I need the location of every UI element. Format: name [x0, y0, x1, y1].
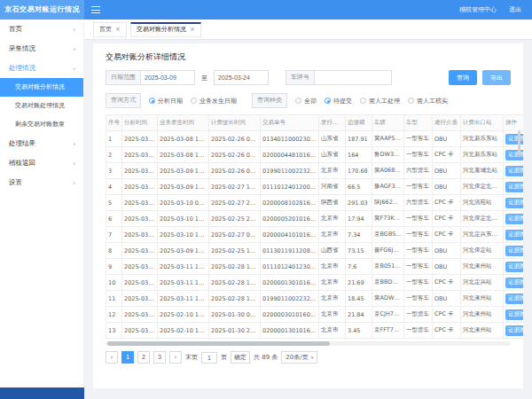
evidence-image-button[interactable]: 证据图片 — [505, 198, 523, 208]
table-cell: 一型货车 — [404, 323, 433, 339]
table-cell: 冀F73K56... — [372, 211, 404, 227]
evidence-image-button[interactable]: 证据图片 — [505, 325, 523, 336]
table-cell: 170.68 — [346, 163, 372, 179]
radio-query-type-需人工处理[interactable]: 需人工处理 — [360, 97, 400, 106]
radio-label: 业务发生日期 — [200, 97, 237, 106]
table-cell: 2025-02-28 13:01:07 — [209, 291, 261, 307]
radio-query-type-全部[interactable]: 全部 — [295, 97, 317, 106]
prev-page-button[interactable]: ‹ — [106, 351, 118, 364]
table-cell: 京BBD529... — [372, 275, 404, 291]
table-cell: 河北保定站 — [461, 243, 504, 259]
table-cell-action: 证据图片 — [504, 275, 524, 291]
table-cell: 02000030101608044... — [261, 307, 319, 323]
radio-query-type-需人工核实[interactable]: 需人工核实 — [408, 97, 448, 106]
evidence-image-button[interactable]: 证据图片 — [505, 182, 523, 192]
sidebar-item-稽核返回[interactable]: 稽核返回∨ — [0, 153, 83, 173]
main-area: 首页×交易对账分析情况× 交易对账分析详细情况 日期范围 至 车牌号 查询 导出 — [84, 20, 532, 399]
evidence-image-button[interactable]: 证据图片 — [505, 230, 523, 240]
radio-query-mode-业务发生日期[interactable]: 业务发生日期 — [191, 97, 237, 106]
table-cell: 2025-03-10 — [122, 195, 158, 211]
sidebar-item-设置[interactable]: 设置∨ — [0, 173, 83, 192]
sidebar-collapse-button[interactable] — [0, 387, 84, 399]
chevron-down-icon: ∨ — [73, 175, 76, 191]
table-cell: 山东省 — [319, 131, 346, 147]
table-cell-action: 证据图片 — [504, 243, 524, 259]
sidebar-item-首页[interactable]: 首页∨ — [0, 20, 83, 39]
table-cell: 02000081028163807... — [261, 195, 319, 211]
page-button-2[interactable]: 2 — [137, 351, 150, 364]
radio-query-mode-分析日期[interactable]: 分析日期 — [149, 97, 183, 106]
chevron-down-icon: ∨ — [73, 136, 76, 152]
table-row: 22025-03-092025-03-08 13:28:082025-02-26… — [106, 147, 524, 163]
evidence-image-button[interactable]: 证据图片 — [505, 309, 523, 320]
radio-query-type-待提交[interactable]: 待提交 — [325, 97, 352, 106]
page-size-select[interactable]: 20条/页▾ — [281, 351, 317, 364]
table-cell: 北京市 — [319, 291, 346, 307]
table-cell: 鲁DW3Z91... — [372, 147, 404, 163]
tab-首页[interactable]: 首页× — [93, 22, 127, 37]
tab-交易对账分析情况[interactable]: 交易对账分析情况× — [130, 22, 201, 37]
next-page-button[interactable]: › — [169, 351, 182, 364]
page-button-3[interactable]: 3 — [153, 351, 166, 364]
sidebar-item-采集情况[interactable]: 采集情况∨ — [0, 39, 83, 59]
evidence-image-button[interactable]: 证据图片 — [505, 293, 523, 304]
plate-group: 车牌号 — [286, 70, 392, 85]
table-cell: 6 — [106, 211, 122, 227]
page-button-1[interactable]: 1 — [121, 351, 134, 364]
date-from-input[interactable] — [140, 70, 195, 85]
sidebar-subitem-交易对账处理情况[interactable]: 交易对账处理情况 — [0, 97, 83, 115]
evidence-image-button[interactable]: 证据图片 — [505, 278, 523, 288]
sidebar-subitem-交易对账分析情况[interactable]: 交易对账分析情况 — [0, 78, 83, 97]
table-cell: 2025-03-12 — [122, 259, 158, 275]
horizontal-scrollbar-thumb[interactable] — [107, 341, 330, 346]
evidence-image-button[interactable]: 证据图片 — [505, 214, 523, 224]
evidence-image-button[interactable]: 证据图片 — [505, 150, 523, 160]
sidebar-item-处理结果[interactable]: 处理结果∨ — [0, 134, 83, 153]
column-header-业务发生时间: 业务发生时间 — [158, 115, 209, 131]
table-cell: 2025-02-28 11:09:01 — [209, 259, 261, 275]
user-center-link[interactable]: 稽核管理中心 — [459, 5, 497, 14]
table-cell: 一型客车 — [404, 243, 433, 259]
sidebar-item-处理情况[interactable]: 处理情况∨ — [0, 59, 83, 78]
column-header-序号: 序号 — [106, 115, 122, 131]
table-cell: 河南省 — [319, 179, 346, 195]
search-button[interactable]: 查询 — [449, 70, 477, 85]
table-cell: 一型客车 — [404, 147, 433, 163]
top-header: 京石交易对账运行情况 稽核管理中心退出 — [0, 0, 532, 20]
table-cell: 5 — [106, 195, 122, 211]
chevron-down-icon: ∨ — [73, 155, 76, 171]
evidence-image-button[interactable]: 证据图片 — [505, 262, 523, 272]
close-icon[interactable]: × — [190, 23, 195, 36]
evidence-image-button[interactable]: 证据图片 — [505, 134, 523, 145]
table-cell: 187.91 — [346, 131, 372, 147]
table-cell: 01340110002302052... — [261, 131, 319, 147]
filter-row: 日期范围 至 车牌号 查询 导出 — [93, 67, 523, 87]
pagination: ‹123›末页页确定共 89 条20条/页▾ — [93, 346, 523, 369]
table-cell-action: 证据图片 — [504, 195, 524, 211]
date-to-input[interactable] — [214, 70, 269, 85]
logout-link[interactable]: 退出 — [509, 5, 521, 14]
table-cell: 2025-02-26 00:06:16 — [209, 147, 261, 163]
hamburger-icon[interactable] — [91, 6, 100, 13]
table-cell: 2025-03-10 — [122, 179, 158, 195]
confirm-button[interactable]: 确定 — [231, 351, 250, 364]
last-page-button[interactable]: 末页 — [185, 353, 198, 362]
table-cell: 2025-03-09 — [122, 163, 158, 179]
table-row: 92025-03-122025-03-11 14:44:432025-02-28… — [106, 259, 524, 275]
radio-row: 查询方式 分析日期业务发生日期 查询种类 全部待提交需人工处理需人工核实 — [93, 87, 523, 112]
plate-input[interactable] — [314, 70, 392, 85]
evidence-image-button[interactable]: 证据图片 — [505, 246, 523, 256]
table-cell: 北京市 — [319, 307, 346, 323]
vertical-scrollbar[interactable] — [518, 130, 520, 155]
sidebar-subitem-剩余交易对账数量[interactable]: 剩余交易对账数量 — [0, 115, 83, 134]
export-button[interactable]: 导出 — [482, 70, 511, 85]
table-cell: 01130119112080024... — [261, 243, 319, 259]
table-cell: 北京市 — [319, 211, 346, 227]
goto-page-input[interactable] — [201, 352, 217, 364]
close-icon[interactable]: × — [115, 23, 121, 36]
table-cell: 01110124012300069... — [261, 259, 319, 275]
table-cell: OBU — [433, 259, 461, 275]
column-header-交易单号: 交易单号 — [261, 115, 319, 131]
column-header-分析时间: 分析时间 — [122, 115, 158, 131]
evidence-image-button[interactable]: 证据图片 — [505, 166, 523, 176]
